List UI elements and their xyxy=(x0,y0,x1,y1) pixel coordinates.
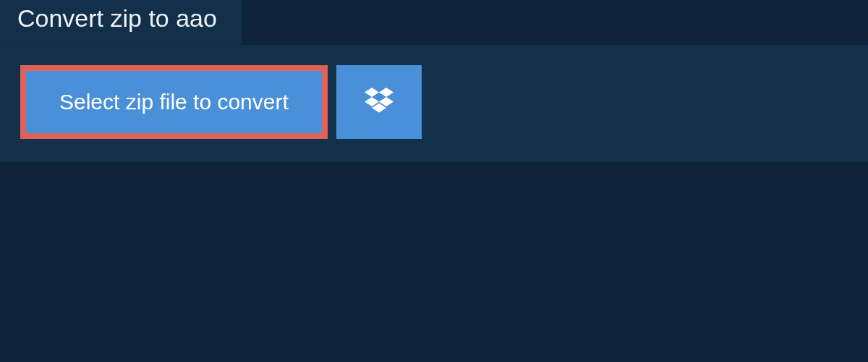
svg-marker-0 xyxy=(365,88,379,97)
page-title-tab: Convert zip to aao xyxy=(0,0,242,45)
select-file-label: Select zip file to convert xyxy=(59,91,289,113)
svg-marker-1 xyxy=(379,88,393,97)
select-file-button[interactable]: Select zip file to convert xyxy=(20,65,328,139)
dropbox-icon xyxy=(365,88,393,117)
dropbox-button[interactable] xyxy=(336,65,422,139)
page-title: Convert zip to aao xyxy=(17,4,217,32)
converter-panel: Select zip file to convert xyxy=(0,45,868,162)
action-row: Select zip file to convert xyxy=(0,45,868,139)
